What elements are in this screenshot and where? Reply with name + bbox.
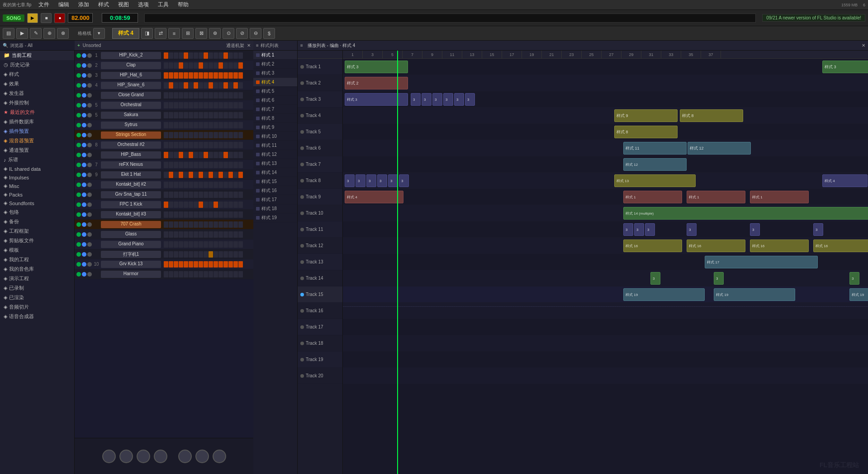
step-btn[interactable] <box>189 112 193 118</box>
step-btn[interactable] <box>174 112 178 118</box>
step-btn[interactable] <box>223 231 228 238</box>
add-channel-btn[interactable]: + <box>77 43 80 48</box>
step-btn[interactable] <box>174 92 178 99</box>
step-btn[interactable] <box>218 62 223 69</box>
track-active-dot[interactable] <box>76 222 81 227</box>
step-btn[interactable] <box>233 122 238 128</box>
step-btn[interactable] <box>238 192 243 198</box>
step-btn[interactable] <box>213 72 218 79</box>
track-row-16[interactable] <box>343 303 868 319</box>
pattern-block[interactable]: 样式 8 <box>680 109 743 122</box>
step-btn[interactable] <box>194 52 198 59</box>
step-btn[interactable] <box>174 72 178 79</box>
step-btn[interactable] <box>189 92 193 99</box>
track-mute-dot[interactable] <box>87 183 92 187</box>
track-name[interactable]: Sakura <box>101 112 161 119</box>
track-mute-dot[interactable] <box>87 192 92 197</box>
track-mute-dot[interactable] <box>87 93 92 98</box>
step-btn[interactable] <box>233 102 238 108</box>
step-btn[interactable] <box>189 162 193 168</box>
step-btn[interactable] <box>174 211 178 218</box>
track-solo-dot[interactable] <box>82 73 86 78</box>
stop-btn[interactable]: ■ <box>41 13 52 23</box>
step-btn[interactable] <box>164 152 168 158</box>
step-btn[interactable] <box>164 261 168 268</box>
step-btn[interactable] <box>223 132 228 138</box>
tool-btn-15[interactable]: $ <box>263 28 275 39</box>
step-btn[interactable] <box>199 72 203 79</box>
track-row-12[interactable]: 样式 16 样式 16 样式 16 样式 16 样式 16 <box>343 238 868 254</box>
track-dot[interactable] <box>300 374 304 378</box>
pattern-block[interactable]: 样式 12 <box>688 142 751 155</box>
track-solo-dot[interactable] <box>82 183 86 187</box>
step-btn[interactable] <box>209 251 213 258</box>
track-active-dot[interactable] <box>76 133 81 137</box>
step-btn[interactable] <box>209 82 213 89</box>
step-btn[interactable] <box>204 152 208 158</box>
step-btn[interactable] <box>204 72 208 79</box>
track-dot[interactable] <box>300 211 304 215</box>
step-btn[interactable] <box>194 271 198 277</box>
sidebar-item-envelopes[interactable]: ◈ 包络 <box>0 207 74 217</box>
step-btn[interactable] <box>199 241 203 248</box>
track-row-17[interactable] <box>343 319 868 335</box>
step-btn[interactable] <box>179 172 183 178</box>
step-btn[interactable] <box>204 202 208 208</box>
step-btn[interactable] <box>164 92 168 99</box>
knob-4[interactable] <box>154 450 167 463</box>
grid-btn[interactable]: ▾ <box>93 28 105 39</box>
step-btn[interactable] <box>199 221 203 228</box>
track-row-2[interactable]: 样式 2 <box>343 75 868 91</box>
step-btn[interactable] <box>169 62 173 69</box>
step-btn[interactable] <box>179 62 183 69</box>
step-btn[interactable] <box>199 172 203 178</box>
pattern-block[interactable]: 样式 1 <box>687 191 745 203</box>
pattern-block[interactable]: 3 <box>454 93 464 106</box>
track-mute-dot[interactable] <box>87 202 92 207</box>
sidebar-item-scores[interactable]: ♪ 乐谱 <box>0 155 74 164</box>
step-btn[interactable] <box>223 162 228 168</box>
step-btn[interactable] <box>174 192 178 198</box>
step-btn[interactable] <box>238 261 243 268</box>
track-mute-dot[interactable] <box>87 272 92 277</box>
step-btn[interactable] <box>228 241 233 248</box>
step-btn[interactable] <box>184 142 188 148</box>
track-name[interactable]: Harmor <box>101 271 161 278</box>
pattern-block[interactable]: 3 <box>356 174 365 187</box>
step-btn[interactable] <box>169 221 173 228</box>
track-name[interactable]: Close Grand <box>101 92 161 99</box>
pattern-block[interactable]: 3 <box>813 223 823 236</box>
step-btn[interactable] <box>189 82 193 89</box>
track-dot[interactable] <box>300 65 304 69</box>
menu-item-edit[interactable]: 编辑 <box>57 0 71 9</box>
track-solo-dot[interactable] <box>82 153 86 157</box>
step-btn[interactable] <box>189 72 193 79</box>
track-dot[interactable] <box>300 277 304 280</box>
step-btn[interactable] <box>228 92 233 99</box>
pattern-block[interactable]: 3 <box>650 272 660 285</box>
track-dot[interactable] <box>300 293 304 296</box>
step-btn[interactable] <box>223 261 228 268</box>
step-btn[interactable] <box>194 231 198 238</box>
knob-7[interactable] <box>213 450 226 463</box>
step-btn[interactable] <box>204 241 208 248</box>
step-btn[interactable] <box>199 251 203 258</box>
track-dot[interactable] <box>300 309 304 313</box>
track-mute-dot[interactable] <box>87 153 92 157</box>
step-btn[interactable] <box>189 241 193 248</box>
step-btn[interactable] <box>228 162 233 168</box>
track-mute-dot[interactable] <box>87 83 92 88</box>
track-mute-dot[interactable] <box>87 163 92 167</box>
step-btn[interactable] <box>174 122 178 128</box>
step-btn[interactable] <box>213 261 218 268</box>
step-btn[interactable] <box>218 122 223 128</box>
track-dot[interactable] <box>300 195 304 199</box>
step-btn[interactable] <box>213 152 218 158</box>
step-btn[interactable] <box>189 62 193 69</box>
step-btn[interactable] <box>199 202 203 208</box>
step-btn[interactable] <box>209 112 213 118</box>
menu-item-style[interactable]: 样式 <box>96 0 111 9</box>
step-btn[interactable] <box>218 221 223 228</box>
step-btn[interactable] <box>174 221 178 228</box>
step-btn[interactable] <box>209 52 213 59</box>
